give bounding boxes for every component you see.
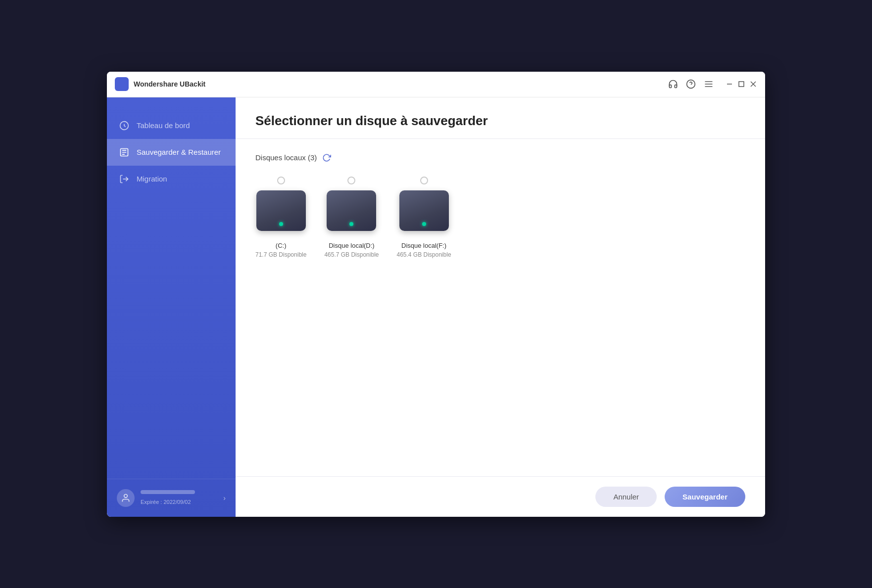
sidebar-item-migration[interactable]: Migration	[107, 166, 236, 192]
sidebar-user[interactable]: Expirée : 2022/09/02 ›	[107, 479, 236, 517]
sidebar-label-tableau-de-bord: Tableau de bord	[137, 121, 190, 130]
disque-item-d[interactable]: Disque local(D:) 465.7 GB Disponible	[324, 177, 379, 258]
sidebar-label-sauvegarder-restaurer: Sauvegarder & Restaurer	[137, 148, 221, 156]
svg-rect-0	[115, 77, 129, 91]
sidebar-nav: Tableau de bord Sauvegarder & Restaurer	[107, 97, 236, 479]
disques-label: Disques locaux (3)	[255, 153, 317, 162]
refresh-icon[interactable]	[322, 153, 332, 163]
disque-icon-c	[256, 190, 306, 235]
disque-radio-d[interactable]	[347, 177, 355, 184]
sidebar-label-migration: Migration	[137, 175, 167, 183]
user-info: Expirée : 2022/09/02	[141, 490, 217, 506]
sidebar: Tableau de bord Sauvegarder & Restaurer	[107, 97, 236, 517]
svg-rect-8	[739, 82, 744, 87]
close-button[interactable]	[749, 80, 757, 88]
disque-size-c: 71.7 GB Disponible	[255, 251, 306, 258]
help-icon[interactable]	[686, 79, 696, 89]
app-logo: 🦋	[115, 77, 129, 91]
disque-item-f[interactable]: Disque local(F:) 465.4 GB Disponible	[396, 177, 451, 258]
headset-icon[interactable]	[668, 79, 678, 89]
disques-grid: (C:) 71.7 GB Disponible Disque local(D:)…	[255, 177, 745, 258]
user-name-bar	[141, 490, 195, 494]
dashboard-icon	[119, 120, 130, 131]
disque-name-d: Disque local(D:)	[329, 242, 374, 249]
minimize-button[interactable]	[726, 80, 733, 88]
disque-radio-c[interactable]	[277, 177, 285, 184]
svg-point-14	[124, 494, 128, 498]
main-content: Sélectionner un disque à sauvegarder Dis…	[236, 97, 765, 517]
migration-icon	[119, 174, 130, 184]
title-bar-left: 🦋 Wondershare UBackit	[115, 77, 205, 91]
window-controls	[726, 80, 757, 88]
disque-icon-f	[399, 190, 449, 235]
title-bar: 🦋 Wondershare UBackit	[107, 72, 765, 97]
app-title: Wondershare UBackit	[134, 80, 205, 88]
app-window: 🦋 Wondershare UBackit	[107, 72, 765, 517]
disque-radio-f[interactable]	[420, 177, 428, 184]
disque-icon-d	[327, 190, 376, 235]
disque-name-f: Disque local(F:)	[401, 242, 446, 249]
main-footer: Annuler Sauvegarder	[236, 476, 765, 517]
title-bar-right	[668, 79, 757, 89]
user-avatar	[117, 489, 135, 507]
sidebar-item-tableau-de-bord[interactable]: Tableau de bord	[107, 112, 236, 139]
app-body: Tableau de bord Sauvegarder & Restaurer	[107, 97, 765, 517]
disque-name-c: (C:)	[276, 242, 287, 249]
disque-size-d: 465.7 GB Disponible	[324, 251, 379, 258]
disques-header: Disques locaux (3)	[255, 153, 745, 163]
menu-icon[interactable]	[704, 79, 714, 89]
disque-size-f: 465.4 GB Disponible	[396, 251, 451, 258]
user-chevron-icon: ›	[223, 494, 226, 502]
main-header: Sélectionner un disque à sauvegarder	[236, 97, 765, 139]
main-body: Disques locaux (3)	[236, 139, 765, 476]
sidebar-item-sauvegarder-restaurer[interactable]: Sauvegarder & Restaurer	[107, 139, 236, 166]
backup-icon	[119, 147, 130, 158]
cancel-button[interactable]: Annuler	[595, 487, 657, 507]
maximize-button[interactable]	[737, 80, 745, 88]
disque-item-c[interactable]: (C:) 71.7 GB Disponible	[255, 177, 306, 258]
page-title: Sélectionner un disque à sauvegarder	[255, 113, 745, 129]
save-button[interactable]: Sauvegarder	[665, 487, 745, 507]
user-expire: Expirée : 2022/09/02	[141, 499, 191, 505]
